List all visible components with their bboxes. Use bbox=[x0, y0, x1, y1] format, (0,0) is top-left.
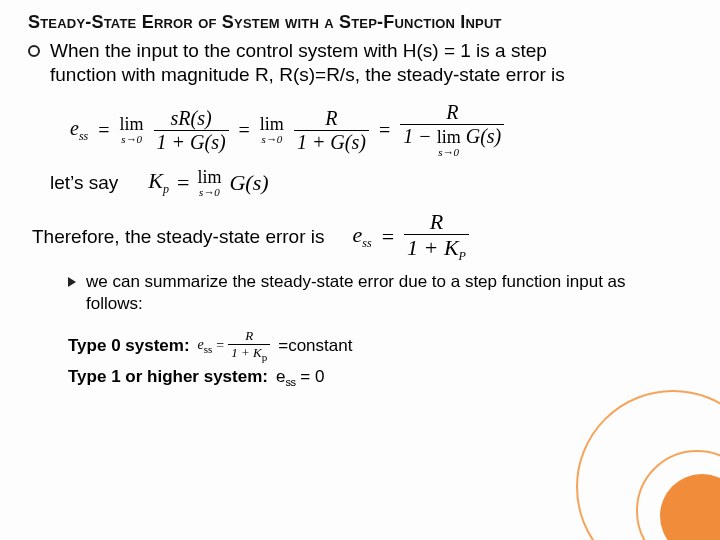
lets-say-row: let’s say Kp = lim s→0 G(s) bbox=[50, 168, 702, 198]
type-summary: Type 0 system: ess = R 1 + Kp =constant … bbox=[68, 329, 702, 392]
decorative-rings bbox=[560, 390, 720, 540]
orange-disc-icon bbox=[660, 474, 720, 540]
sub-bullet-text: we can summarize the steady-state error … bbox=[86, 271, 646, 315]
equation-kp: Kp = lim s→0 G(s) bbox=[148, 168, 268, 198]
therefore-label: Therefore, the steady-state error is bbox=[32, 226, 325, 248]
ring-outer-icon bbox=[576, 390, 720, 540]
sub-bullet: we can summarize the steady-state error … bbox=[68, 271, 702, 315]
type0-label: Type 0 system: bbox=[68, 332, 190, 361]
type1-label: Type 1 or higher system: bbox=[68, 363, 268, 392]
type0-tail: =constant bbox=[278, 332, 352, 361]
type1-row: Type 1 or higher system: ess = 0 bbox=[68, 363, 702, 392]
slide-title: Steady-State Error of System with a Step… bbox=[28, 12, 702, 33]
therefore-row: Therefore, the steady-state error is ess… bbox=[32, 210, 702, 263]
ring-bullet-icon bbox=[28, 45, 40, 57]
triangle-bullet-icon bbox=[68, 277, 76, 287]
equation-ess-limits: ess = lim s→0 sR(s) 1 + G(s) = lim s→0 R… bbox=[70, 102, 702, 158]
bullet-1: When the input to the control system wit… bbox=[28, 39, 702, 88]
slide: Steady-State Error of System with a Step… bbox=[0, 0, 720, 540]
bullet-1-text: When the input to the control system wit… bbox=[50, 39, 610, 88]
equation-ess-kp: ess = R 1 + KP bbox=[353, 210, 469, 263]
lets-say-label: let’s say bbox=[50, 172, 118, 194]
ring-middle-icon bbox=[636, 450, 720, 540]
type0-equation: ess = R 1 + Kp bbox=[198, 329, 271, 363]
type1-expr: ess = 0 bbox=[276, 363, 325, 392]
type0-row: Type 0 system: ess = R 1 + Kp =constant bbox=[68, 329, 702, 363]
